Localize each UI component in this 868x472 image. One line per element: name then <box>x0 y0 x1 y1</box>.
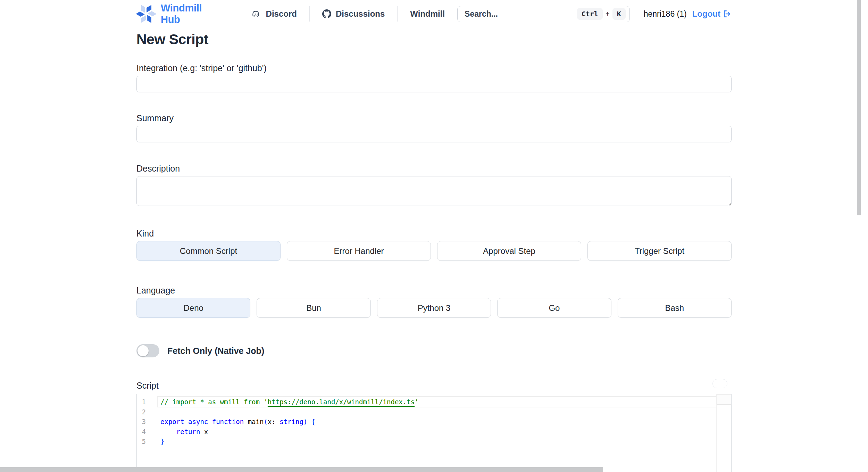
search-shortcut: Ctrl + K <box>577 8 626 20</box>
code-token: x: <box>268 418 279 425</box>
logout-button[interactable]: Logout <box>692 9 732 19</box>
brand-link[interactable]: Windmill Hub <box>136 2 210 25</box>
code-token: string <box>279 418 303 425</box>
kind-option-trigger-script[interactable]: Trigger Script <box>587 241 732 261</box>
description-field-group: Description <box>136 163 732 207</box>
fetch-only-row: Fetch Only (Native Job) <box>136 344 732 357</box>
integration-input[interactable] <box>136 76 732 92</box>
description-label: Description <box>136 163 732 174</box>
kind-option-common-script[interactable]: Common Script <box>136 241 281 261</box>
code-token <box>307 418 311 425</box>
header-nav: Discord Discussions Windmill <box>239 6 458 22</box>
nav-item-discord[interactable]: Discord <box>239 9 309 19</box>
code-token: main <box>248 418 264 425</box>
horizontal-scrollbar[interactable] <box>0 467 603 472</box>
username-label: henri186 (1) <box>644 9 687 19</box>
nav-discussions-label: Discussions <box>336 9 385 19</box>
code-line-1: 1 // import * as wmill from 'https://den… <box>137 397 731 407</box>
language-option-python3[interactable]: Python 3 <box>377 298 491 318</box>
description-textarea[interactable] <box>136 176 732 206</box>
language-option-bash[interactable]: Bash <box>618 298 732 318</box>
kind-label: Kind <box>136 228 732 239</box>
code-token: { <box>311 418 315 425</box>
editor-widget-pill[interactable] <box>712 379 727 388</box>
kbd-k: K <box>612 8 626 20</box>
code-token: } <box>160 438 164 445</box>
language-options: Deno Bun Python 3 Go Bash <box>136 298 732 318</box>
language-field-group: Language Deno Bun Python 3 Go Bash <box>136 285 732 318</box>
language-label: Language <box>136 285 732 296</box>
code-link[interactable]: https://deno.land/x/windmill/index.ts <box>268 398 415 406</box>
code-token: ) <box>303 418 307 425</box>
header: Windmill Hub Discord Discussions <box>136 0 732 28</box>
code-token: ' <box>415 398 418 406</box>
code-editor[interactable]: 1 // import * as wmill from 'https://den… <box>136 394 732 472</box>
logout-label: Logout <box>692 9 720 19</box>
logout-icon <box>723 9 732 18</box>
summary-input[interactable] <box>136 126 732 142</box>
nav-item-windmill[interactable]: Windmill <box>398 9 457 19</box>
toggle-knob <box>137 345 149 356</box>
discord-icon <box>252 9 261 19</box>
nav-discord-label: Discord <box>266 9 297 19</box>
kind-option-error-handler[interactable]: Error Handler <box>287 241 431 261</box>
script-field-group: Script 1 // import * as wmill from 'http… <box>136 380 732 472</box>
kbd-plus: + <box>606 10 610 18</box>
summary-label: Summary <box>136 113 732 123</box>
code-line-2: 2 <box>137 407 731 417</box>
fetch-only-toggle[interactable] <box>136 344 159 357</box>
brand-title: Windmill Hub <box>161 2 210 25</box>
line-number: 1 <box>137 397 160 407</box>
language-option-deno[interactable]: Deno <box>136 298 250 318</box>
nav-windmill-label: Windmill <box>410 9 445 19</box>
fetch-only-label: Fetch Only (Native Job) <box>167 346 264 356</box>
vertical-scrollbar[interactable] <box>857 0 861 215</box>
line-number: 2 <box>137 407 160 417</box>
code-lines: 1 // import * as wmill from 'https://den… <box>137 394 731 447</box>
page-title: New Script <box>136 31 732 48</box>
line-number: 3 <box>137 417 160 427</box>
main-content: New Script Integration (e.g: 'stripe' or… <box>136 31 732 472</box>
language-option-go[interactable]: Go <box>497 298 611 318</box>
code-line-4: 4 return x <box>137 427 731 437</box>
account-area: henri186 (1) Logout <box>644 9 732 19</box>
code-token: export async function <box>160 418 248 425</box>
kind-options: Common Script Error Handler Approval Ste… <box>136 241 732 261</box>
code-line-3: 3 export async function main(x: string) … <box>137 417 731 427</box>
search-box: Ctrl + K <box>457 6 630 22</box>
kbd-ctrl: Ctrl <box>577 8 603 20</box>
integration-field-group: Integration (e.g: 'stripe' or 'github') <box>136 63 732 92</box>
indent-guide <box>161 427 161 437</box>
code-token: ( <box>264 418 267 425</box>
code-token: return <box>176 428 200 436</box>
code-line-5: 5 } <box>137 437 731 447</box>
line-number: 4 <box>137 427 160 437</box>
kind-field-group: Kind Common Script Error Handler Approva… <box>136 228 732 261</box>
line-number: 5 <box>137 437 160 447</box>
nav-item-discussions[interactable]: Discussions <box>310 9 397 19</box>
code-token: // import * as wmill from ' <box>160 398 268 406</box>
code-token: x <box>200 428 208 436</box>
kind-option-approval-step[interactable]: Approval Step <box>437 241 581 261</box>
script-label: Script <box>136 380 732 391</box>
integration-label: Integration (e.g: 'stripe' or 'github') <box>136 63 732 73</box>
language-option-bun[interactable]: Bun <box>257 298 370 318</box>
github-icon <box>322 9 331 18</box>
code-token <box>160 428 176 436</box>
summary-field-group: Summary <box>136 113 732 142</box>
windmill-logo-icon <box>136 4 156 24</box>
